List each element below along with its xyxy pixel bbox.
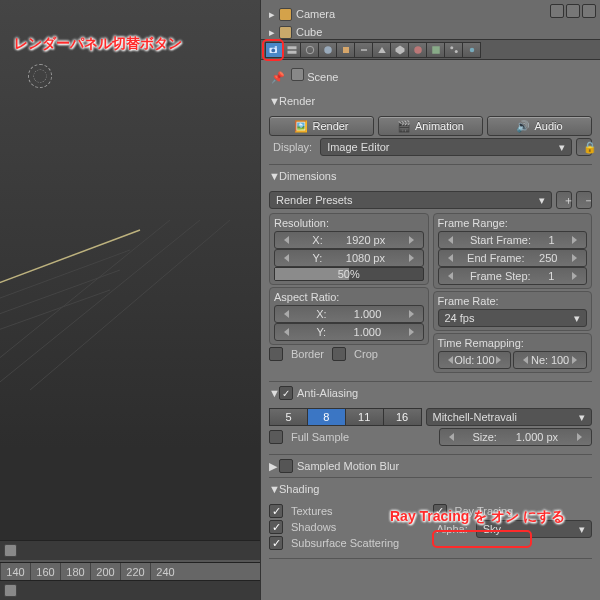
svg-line-2 [0,270,120,350]
tick: 220 [120,563,150,580]
aa-header[interactable]: ▼ Anti-Aliasing [269,384,592,402]
render-button[interactable]: 🖼️ Render [269,116,374,136]
tab-render-layers[interactable] [283,42,301,58]
outliner[interactable]: ▸ Camera ▸ Cube [261,0,600,40]
outliner-item-camera[interactable]: Camera [296,6,335,22]
svg-rect-16 [432,46,440,54]
properties-body[interactable]: 📌 Scene ▼Render 🖼️ Render 🎬 Animation [261,60,600,600]
time-remap-box: Time Remapping: Old:100 Ne:100 [433,333,593,373]
section-render-header[interactable]: ▼Render [269,92,592,110]
scene-icon [291,68,304,81]
editor-type-icon[interactable] [4,584,17,597]
raytracing-checkbox[interactable] [433,504,447,518]
section-motion-blur: ▶ Sampled Motion Blur [269,455,592,478]
outliner-restrict-cols[interactable] [550,4,596,18]
tick: 240 [150,563,180,580]
aa-filter[interactable]: Mitchell-Netravali▾ [426,408,593,426]
tab-texture[interactable] [427,42,445,58]
timeline[interactable]: 140 160 180 200 220 240 [0,562,260,580]
render-presets[interactable]: Render Presets▾ [269,191,552,209]
svg-line-3 [0,290,110,365]
end-frame[interactable]: End Frame:250 [438,249,588,267]
shadows-checkbox[interactable] [269,520,283,534]
animation-button[interactable]: 🎬 Animation [378,116,483,136]
alpha-select[interactable]: Sky▾ [476,520,592,538]
section-anti-aliasing: ▼ Anti-Aliasing 5 8 11 16 Mitchell-Netra… [269,382,592,455]
viewport-3d[interactable] [0,0,260,560]
breadcrumb: 📌 Scene [269,64,592,90]
svg-rect-14 [343,47,349,53]
audio-button[interactable]: 🔊 Audio [487,116,592,136]
svg-rect-9 [275,46,277,48]
svg-point-12 [306,46,314,54]
clapper-icon: 🎬 [397,120,411,133]
svg-point-13 [324,46,332,54]
aspect-x[interactable]: X:1.000 [274,305,424,323]
svg-point-8 [271,49,275,53]
camera-icon [268,44,280,56]
tab-particles[interactable] [445,42,463,58]
tab-scene[interactable] [301,42,319,58]
tab-world[interactable] [319,42,337,58]
aspect-y[interactable]: Y:1.000 [274,323,424,341]
svg-line-4 [0,220,170,390]
display-label: Display: [269,141,316,153]
aspect-box: Aspect Ratio: X:1.000 Y:1.000 [269,287,429,345]
tick: 180 [60,563,90,580]
speaker-icon: 🔊 [516,120,530,133]
aa-size[interactable]: Size:1.000 px [439,428,593,446]
viewport-header[interactable] [0,540,260,560]
outliner-item-cube[interactable]: Cube [296,24,322,40]
lock-ui-icon[interactable]: 🔒 [576,138,592,156]
motion-blur-header[interactable]: ▶ Sampled Motion Blur [269,457,592,475]
preset-add[interactable]: ＋ [556,191,572,209]
svg-point-17 [450,46,453,49]
svg-rect-11 [287,51,296,54]
aa-toggle[interactable] [279,386,293,400]
section-render: ▼Render 🖼️ Render 🎬 Animation 🔊 Audio Di… [269,90,592,165]
start-frame[interactable]: Start Frame:1 [438,231,588,249]
svg-point-19 [469,48,474,53]
border-checkbox[interactable] [269,347,283,361]
svg-line-6 [30,220,230,390]
frame-rate-box: Frame Rate: 24 fps▾ [433,291,593,331]
resolution-x[interactable]: X:1920 px [274,231,424,249]
full-sample-checkbox[interactable] [269,430,283,444]
properties-panel: ▸ Camera ▸ Cube 📌 Scene ▼Render [260,0,600,600]
scene-link[interactable]: Scene [307,71,338,83]
resolution-y[interactable]: Y:1080 px [274,249,424,267]
tick: 140 [0,563,30,580]
resolution-box: Resolution: X:1920 px Y:1080 px 50% [269,213,429,285]
tab-physics[interactable] [463,42,481,58]
tab-data[interactable] [391,42,409,58]
sss-checkbox[interactable] [269,536,283,550]
mesh-icon [279,26,292,39]
frame-step[interactable]: Frame Step:1 [438,267,588,285]
preset-remove[interactable]: － [576,191,592,209]
motion-blur-toggle[interactable] [279,459,293,473]
section-dimensions: ▼Dimensions Render Presets▾ ＋ － Resoluti… [269,165,592,382]
tab-constraints[interactable] [355,42,373,58]
shading-header[interactable]: ▼Shading [269,480,592,498]
display-select[interactable]: Image Editor▾ [320,138,572,156]
crop-checkbox[interactable] [332,347,346,361]
remap-old[interactable]: Old:100 [438,351,512,369]
frame-range-box: Frame Range: Start Frame:1 End Frame:250… [433,213,593,289]
tab-modifiers[interactable] [373,42,391,58]
tab-render[interactable] [265,42,283,58]
timeline-header[interactable] [0,580,260,600]
section-shading: ▼Shading Textures Shadows Subsurface Sca… [269,478,592,559]
tick: 160 [30,563,60,580]
tick: 200 [90,563,120,580]
remap-new[interactable]: Ne:100 [513,351,587,369]
tab-material[interactable] [409,42,427,58]
editor-type-icon[interactable] [4,544,17,557]
tab-object[interactable] [337,42,355,58]
section-dimensions-header[interactable]: ▼Dimensions [269,167,592,185]
fps-select[interactable]: 24 fps▾ [438,309,588,327]
camera-icon [279,8,292,21]
pin-icon[interactable]: 📌 [271,71,285,83]
textures-checkbox[interactable] [269,504,283,518]
aa-samples[interactable]: 5 8 11 16 [269,408,422,426]
resolution-pct[interactable]: 50% [274,267,424,281]
